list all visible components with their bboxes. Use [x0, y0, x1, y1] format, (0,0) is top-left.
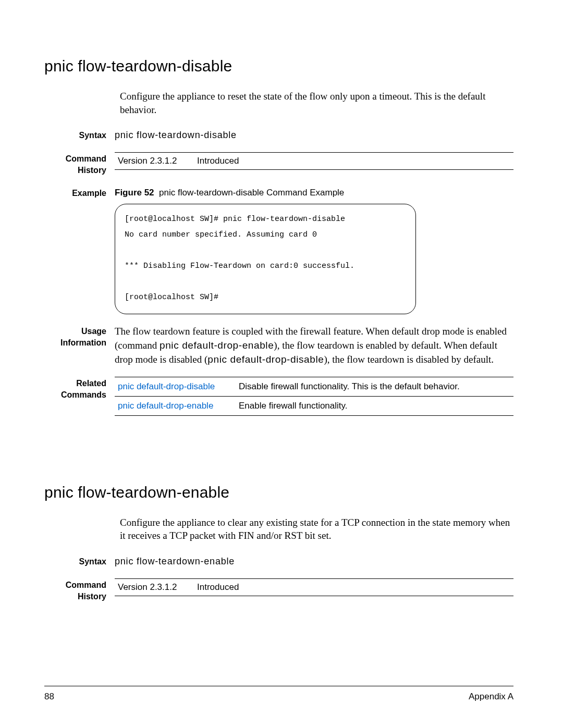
- related-link-1[interactable]: pnic default-drop-enable: [118, 401, 213, 411]
- history-version: Version 2.3.1.2: [115, 579, 194, 596]
- related-link-0[interactable]: pnic default-drop-disable: [118, 381, 215, 391]
- section2-intro: Configure the appliance to clear any exi…: [120, 516, 513, 542]
- section1-usage-row: Usage Information The flow teardown feat…: [44, 325, 513, 366]
- usage-cmd1: pnic default-drop-enable: [160, 340, 274, 351]
- related-desc-0: Disable firewall functionality. This is …: [236, 377, 513, 397]
- related-desc-1: Enable firewall functionality.: [236, 397, 513, 416]
- table-row: Version 2.3.1.2 Introduced: [115, 579, 513, 596]
- usage-post: ), the flow teardown is disabled by defa…: [324, 354, 494, 365]
- page: pnic flow-teardown-disable Configure the…: [0, 0, 563, 728]
- history-content: Version 2.3.1.2 Introduced: [115, 152, 513, 176]
- section1-related-row: Related Commands pnic default-drop-disab…: [44, 377, 513, 416]
- history-version: Version 2.3.1.2: [115, 153, 194, 170]
- section1-intro: Configure the appliance to reset the sta…: [120, 90, 513, 116]
- related-label: Related Commands: [44, 377, 115, 416]
- history-content: Version 2.3.1.2 Introduced: [115, 578, 513, 602]
- syntax-text: pnic flow-teardown-disable: [115, 129, 513, 142]
- section2-title: pnic flow-teardown-enable: [44, 484, 513, 501]
- related-content: pnic default-drop-disable Disable firewa…: [115, 377, 513, 416]
- related-table: pnic default-drop-disable Disable firewa…: [115, 377, 513, 416]
- example-label: Example: [44, 187, 115, 315]
- history-table: Version 2.3.1.2 Introduced: [115, 152, 513, 170]
- figure-caption-text: pnic flow-teardown-disable Command Examp…: [159, 188, 344, 198]
- figure-caption: Figure 52 pnic flow-teardown-disable Com…: [115, 187, 513, 199]
- history-status: Introduced: [194, 153, 513, 170]
- history-status: Introduced: [194, 579, 513, 596]
- section1-syntax-row: Syntax pnic flow-teardown-disable: [44, 129, 513, 142]
- history-table: Version 2.3.1.2 Introduced: [115, 578, 513, 596]
- section2-history-row: Command History Version 2.3.1.2 Introduc…: [44, 578, 513, 602]
- section1-title: pnic flow-teardown-disable: [44, 57, 513, 75]
- table-row: pnic default-drop-enable Enable firewall…: [115, 397, 513, 416]
- syntax-label: Syntax: [44, 555, 115, 568]
- section1-history-row: Command History Version 2.3.1.2 Introduc…: [44, 152, 513, 176]
- syntax-label: Syntax: [44, 129, 115, 142]
- code-example: [root@localhost SW]# pnic flow-teardown-…: [115, 204, 416, 314]
- usage-cmd2: pnic default-drop-disable: [207, 354, 324, 365]
- table-row: pnic default-drop-disable Disable firewa…: [115, 377, 513, 397]
- page-number: 88: [44, 692, 54, 702]
- usage-text: The flow teardown feature is coupled wit…: [115, 325, 513, 366]
- table-row: Version 2.3.1.2 Introduced: [115, 153, 513, 170]
- usage-label: Usage Information: [44, 325, 115, 366]
- section2-syntax-row: Syntax pnic flow-teardown-enable: [44, 555, 513, 568]
- history-label: Command History: [44, 578, 115, 602]
- history-label: Command History: [44, 152, 115, 176]
- appendix-label: Appendix A: [469, 692, 513, 702]
- section1-example-row: Example Figure 52 pnic flow-teardown-dis…: [44, 187, 513, 315]
- example-content: Figure 52 pnic flow-teardown-disable Com…: [115, 187, 513, 315]
- page-footer: 88 Appendix A: [44, 686, 513, 702]
- figure-label: Figure 52: [115, 188, 154, 198]
- syntax-text: pnic flow-teardown-enable: [115, 555, 513, 568]
